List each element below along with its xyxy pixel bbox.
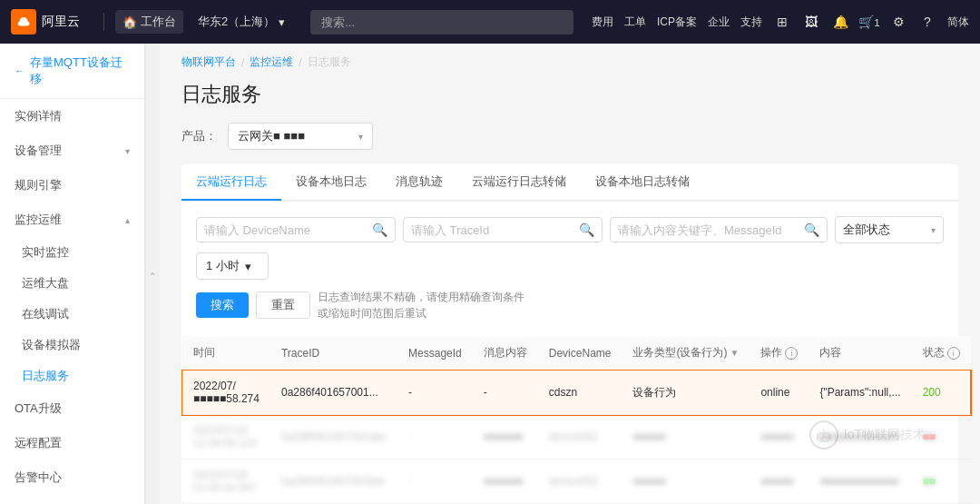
lang-switcher[interactable]: 简体: [947, 15, 969, 30]
sidebar-item-online-debug[interactable]: 在线调试: [0, 299, 144, 330]
back-arrow-icon: ←: [15, 65, 24, 76]
table-row: 2022/07/18 12:33:44.567 0a286f401657003d…: [182, 460, 971, 504]
sidebar-item-ota-upgrade[interactable]: OTA升级: [0, 391, 144, 426]
logo: 阿里云: [11, 9, 93, 35]
sidebar-item-monitor-ops[interactable]: 监控运维 ▴: [0, 203, 144, 237]
search-input[interactable]: [310, 10, 573, 35]
product-row: 产品： 云网关■ ■■■ ▾: [181, 123, 958, 150]
fee-nav[interactable]: 费用: [592, 15, 613, 30]
region-label: 华东2（上海）: [198, 14, 275, 30]
sidebar-collapse-toggle[interactable]: ‹: [145, 44, 160, 504]
biz-type-filter-icon[interactable]: ▼: [730, 348, 739, 358]
tab-cloud-log-dump[interactable]: 云端运行日志转储: [457, 164, 581, 201]
col-operation: 操作 i: [750, 336, 808, 371]
support-nav[interactable]: 支持: [740, 15, 762, 30]
product-selector[interactable]: 云网关■ ■■■ ▾: [228, 123, 373, 150]
table-row: 2022/07/■■■■■58.274 0a286f401657001... -…: [182, 371, 971, 415]
cart-icon[interactable]: 🛒1: [860, 13, 878, 31]
product-value: 云网关■ ■■■: [238, 128, 305, 144]
alert-center-label: 告警中心: [15, 469, 62, 486]
time-chevron-icon: ▾: [245, 260, 251, 273]
operation-header: 操作 i: [760, 345, 798, 361]
page-title: 日志服务: [181, 81, 958, 108]
app-layout: ← 存量MQTT设备迁移 实例详情 设备管理 ▾ 规则引擎 监控运维 ▴ 实时监…: [0, 44, 980, 504]
sidebar-item-remote-config[interactable]: 远程配置: [0, 426, 144, 460]
workbench-nav[interactable]: 🏠 工作台: [115, 10, 183, 34]
cell-time: 2022/07/18 12:33:44.567: [182, 460, 270, 504]
region-selector[interactable]: 华东2（上海） ▾: [191, 10, 292, 34]
tab-message-trace[interactable]: 消息轨迹: [381, 164, 457, 201]
col-device-name: DeviceName: [538, 336, 622, 371]
cell-biz-type: ■■■■■: [622, 415, 750, 460]
tab-cloud-run-log[interactable]: 云端运行日志: [181, 164, 281, 201]
sidebar-item-rule-engine[interactable]: 规则引擎: [0, 168, 144, 203]
status-filter[interactable]: 全部状态 ▾: [835, 216, 944, 243]
ticket-nav[interactable]: 工单: [624, 15, 646, 30]
image-icon[interactable]: 🖼: [802, 13, 820, 31]
message-id-search-icon[interactable]: 🔍: [804, 222, 819, 237]
sidebar-item-security-tunnel[interactable]: 安全隧道: [0, 495, 144, 504]
cell-trace-id: 0a286f401657001...: [270, 371, 397, 415]
message-id-filter: 🔍: [610, 217, 828, 242]
breadcrumb-iot[interactable]: 物联网平台: [181, 54, 236, 70]
monitor-ops-chevron-icon: ▴: [125, 215, 130, 225]
operation-info-icon[interactable]: i: [785, 347, 798, 360]
product-label: 产品：: [181, 128, 217, 144]
region-chevron-icon: ▾: [279, 15, 285, 29]
tab-device-local-log-dump[interactable]: 设备本地日志转储: [581, 164, 704, 201]
sidebar-item-alert-center[interactable]: 告警中心: [0, 460, 144, 495]
main-content: 物联网平台 / 监控运维 / 日志服务 日志服务 产品： 云网关■ ■■■ ▾ …: [160, 44, 980, 504]
trace-id-filter: 🔍: [403, 217, 603, 242]
cell-operation: online: [750, 371, 808, 415]
trace-id-search-icon[interactable]: 🔍: [579, 222, 594, 237]
sidebar: ← 存量MQTT设备迁移 实例详情 设备管理 ▾ 规则引擎 监控运维 ▴ 实时监…: [0, 44, 145, 504]
search-button[interactable]: 搜索: [196, 292, 249, 318]
sidebar-item-device-simulator[interactable]: 设备模拟器: [0, 330, 144, 361]
help-icon[interactable]: ?: [918, 13, 936, 31]
cell-message-id: -: [397, 460, 473, 504]
tab-device-local-log[interactable]: 设备本地日志: [281, 164, 381, 201]
sidebar-item-ops-dashboard[interactable]: 运维大盘: [0, 268, 144, 299]
sidebar-item-instance-detail[interactable]: 实例详情: [0, 99, 144, 133]
action-row: 搜索 重置 日志查询结果不精确，请使用精确查询条件或缩短时间范围后重试: [196, 289, 944, 321]
tab-bar: 云端运行日志 设备本地日志 消息轨迹 云端运行日志转储 设备本地日志转储: [181, 164, 958, 201]
sidebar-item-device-management[interactable]: 设备管理 ▾: [0, 133, 144, 168]
cell-trace-id: 0a286f401657003def: [270, 460, 397, 504]
icp-nav[interactable]: ICP备案: [657, 15, 697, 30]
bell-icon[interactable]: 🔔: [831, 13, 849, 31]
trace-id-input[interactable]: [411, 223, 573, 237]
warning-text: 日志查询结果不精确，请使用精确查询条件或缩短时间范围后重试: [318, 289, 524, 321]
device-simulator-label: 设备模拟器: [22, 338, 81, 351]
sidebar-item-realtime-monitor[interactable]: 实时监控: [0, 237, 144, 268]
message-id-input[interactable]: [618, 223, 799, 237]
sidebar-back-btn[interactable]: ← 存量MQTT设备迁移: [0, 44, 144, 99]
device-name-input[interactable]: [204, 223, 367, 237]
time-range-selector[interactable]: 1 小时 ▾: [196, 252, 269, 280]
settings-icon[interactable]: ⚙: [889, 13, 907, 31]
table-row: 2022/07/18 12:34:56.123 0a286f401657002a…: [182, 415, 971, 460]
cell-operation: ■■■■■: [750, 415, 808, 460]
data-table-wrap: 时间 TraceID MessageId 消息内容 DeviceName 业务类…: [181, 336, 958, 504]
filter-row-1: 🔍 🔍 🔍 全部状态 ▾: [196, 216, 944, 243]
status-header: 状态 i: [923, 345, 960, 361]
enterprise-nav[interactable]: 企业: [708, 15, 730, 30]
home-icon: 🏠: [122, 15, 137, 29]
filter-area: 🔍 🔍 🔍 全部状态 ▾: [181, 201, 958, 336]
instance-detail-label: 实例详情: [15, 108, 62, 124]
status-filter-value: 全部状态: [843, 222, 890, 238]
reset-button[interactable]: 重置: [256, 292, 310, 319]
breadcrumb-monitor[interactable]: 监控运维: [250, 54, 293, 70]
col-content: 内容: [808, 336, 911, 371]
apps-icon[interactable]: ⊞: [773, 13, 791, 31]
sidebar-item-log-service[interactable]: 日志服务: [0, 361, 144, 391]
device-name-search-icon[interactable]: 🔍: [372, 222, 387, 237]
nav-actions: 费用 工单 ICP备案 企业 支持 ⊞ 🖼 🔔 🛒1 ⚙ ? 简体: [592, 13, 969, 31]
cell-message-id: -: [397, 415, 473, 460]
status-info-icon[interactable]: i: [947, 347, 960, 360]
product-chevron-icon: ▾: [358, 132, 363, 142]
realtime-monitor-label: 实时监控: [22, 245, 69, 259]
cell-status: 200: [912, 371, 971, 415]
cell-device-name: cdszn: [538, 371, 622, 415]
col-time: 时间: [182, 336, 270, 371]
ota-upgrade-label: OTA升级: [15, 400, 62, 417]
